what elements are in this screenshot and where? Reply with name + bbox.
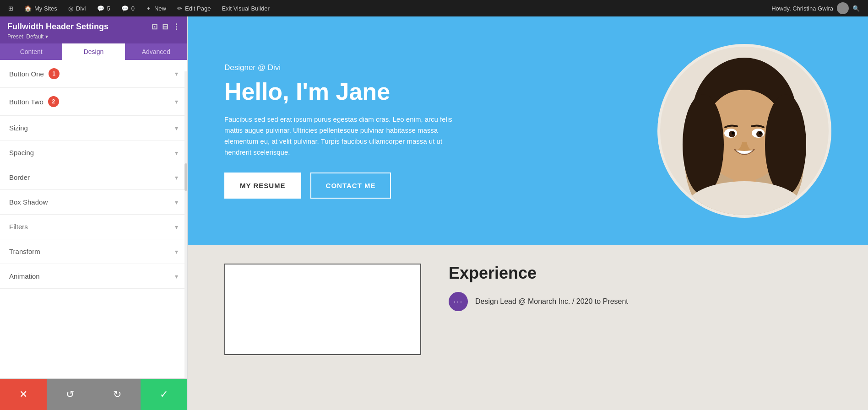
bubble-icon: 💬 <box>97 5 104 12</box>
hero-buttons: MY RESUME CONTACT ME <box>224 173 462 199</box>
chevron-down-icon: ▾ <box>175 70 178 77</box>
tab-design[interactable]: Design <box>62 43 125 60</box>
preset-selector[interactable]: Preset: Default ▾ <box>7 33 180 40</box>
section-box-shadow: Box Shadow ▾ <box>0 190 187 215</box>
experience-item: ··· Design Lead @ Monarch Inc. / 2020 to… <box>449 292 831 311</box>
exit-builder-button[interactable]: Exit Visual Builder <box>217 0 274 16</box>
svg-point-12 <box>759 132 762 135</box>
ellipsis-icon: ··· <box>453 297 463 307</box>
scrollbar-thumb[interactable] <box>184 163 187 191</box>
lower-left-block <box>224 264 421 355</box>
panel-header: Fullwidth Header Settings ⊡ ⊟ ⋮ Preset: … <box>0 16 187 43</box>
panel-tabs: Content Design Advanced <box>0 43 187 60</box>
settings-panel: Fullwidth Header Settings ⊡ ⊟ ⋮ Preset: … <box>0 16 188 410</box>
panel-toolbar: ✕ ↺ ↻ ✓ <box>0 378 187 410</box>
section-filters: Filters ▾ <box>0 215 187 239</box>
edit-page-button[interactable]: ✏ Edit Page <box>173 0 215 16</box>
divi-menu[interactable]: ◎ Divi <box>64 0 91 16</box>
more-icon[interactable]: ⋮ <box>173 22 180 31</box>
panel-title: Fullwidth Header Settings <box>7 22 108 32</box>
panel-title-row: Fullwidth Header Settings ⊡ ⊟ ⋮ <box>7 22 180 32</box>
redo-button[interactable]: ↻ <box>94 379 141 410</box>
button-one-label: Button One <box>9 70 44 78</box>
button-two-badge: 2 <box>48 96 59 107</box>
pencil-icon: ✏ <box>177 5 182 12</box>
avatar <box>837 2 849 14</box>
tab-content[interactable]: Content <box>0 43 62 60</box>
chevron-down-icon: ▾ <box>175 248 178 255</box>
divi-icon: ◎ <box>68 5 73 12</box>
section-animation: Animation ▾ <box>0 264 187 289</box>
admin-bar-right: Howdy, Christina Gwira 🔍 <box>767 2 864 14</box>
chevron-down-icon: ▾ <box>175 149 178 156</box>
svg-point-4 <box>765 94 806 195</box>
box-shadow-label: Box Shadow <box>9 198 48 206</box>
more-options-button[interactable]: ··· <box>449 292 468 311</box>
comments-count2[interactable]: 💬 0 <box>117 0 139 16</box>
chevron-down-icon: ▾ <box>175 98 178 105</box>
panel-title-icons: ⊡ ⊟ ⋮ <box>152 22 180 31</box>
hero-body-text: Faucibus sed sed erat ipsum purus egesta… <box>224 114 462 158</box>
hero-section: Designer @ Divi Hello, I'm Jane Faucibus… <box>188 16 868 245</box>
house-icon: 🏠 <box>24 5 32 12</box>
section-animation-header[interactable]: Animation ▾ <box>9 264 178 288</box>
transform-label: Transform <box>9 248 40 255</box>
scrollbar-track <box>184 71 187 378</box>
search-icon[interactable]: 🔍 <box>852 5 860 12</box>
panel-body: Button One 1 ▾ Button Two 2 ▾ <box>0 60 187 378</box>
section-button-one-header[interactable]: Button One 1 ▾ <box>9 60 178 87</box>
chevron-down-icon: ▾ <box>175 174 178 181</box>
border-label: Border <box>9 173 30 181</box>
section-border-header[interactable]: Border ▾ <box>9 165 178 189</box>
svg-point-3 <box>683 94 724 195</box>
portrait-svg <box>667 44 822 218</box>
resume-button[interactable]: MY RESUME <box>224 173 301 199</box>
plus-icon: ＋ <box>146 4 152 12</box>
svg-point-11 <box>732 132 734 135</box>
chevron-down-icon: ▾ <box>175 223 178 231</box>
section-filters-header[interactable]: Filters ▾ <box>9 215 178 239</box>
hero-subtitle: Designer @ Divi <box>224 63 462 72</box>
new-button[interactable]: ＋ New <box>141 0 171 16</box>
my-sites-menu[interactable]: 🏠 My Sites <box>20 0 62 16</box>
hero-text-block: Designer @ Divi Hello, I'm Jane Faucibus… <box>224 63 462 199</box>
lower-section: Experience ··· Design Lead @ Monarch Inc… <box>188 245 868 410</box>
chevron-down-icon: ▾ <box>175 199 178 206</box>
cancel-button[interactable]: ✕ <box>0 379 47 410</box>
comment-icon: 💬 <box>121 5 129 12</box>
section-sizing-header[interactable]: Sizing ▾ <box>9 116 178 140</box>
save-button[interactable]: ✓ <box>141 379 187 410</box>
section-transform: Transform ▾ <box>0 239 187 264</box>
resize-icon[interactable]: ⊡ <box>152 22 157 31</box>
columns-icon[interactable]: ⊟ <box>162 22 168 31</box>
contact-button[interactable]: CONTACT ME <box>310 173 391 199</box>
experience-text: Design Lead @ Monarch Inc. / 2020 to Pre… <box>475 297 628 306</box>
section-spacing: Spacing ▾ <box>0 140 187 165</box>
button-two-label: Button Two <box>9 98 43 106</box>
wp-icon: ⊞ <box>8 5 13 12</box>
undo-button[interactable]: ↺ <box>47 379 93 410</box>
section-sizing: Sizing ▾ <box>0 116 187 140</box>
experience-title: Experience <box>449 264 831 283</box>
hero-title: Hello, I'm Jane <box>224 79 462 105</box>
button-one-badge: 1 <box>49 68 60 79</box>
section-button-two-header[interactable]: Button Two 2 ▾ <box>9 88 178 115</box>
section-box-shadow-header[interactable]: Box Shadow ▾ <box>9 190 178 214</box>
section-transform-header[interactable]: Transform ▾ <box>9 239 178 264</box>
howdy-text: Howdy, Christina Gwira 🔍 <box>767 2 864 14</box>
section-button-two: Button Two 2 ▾ <box>0 88 187 116</box>
section-spacing-header[interactable]: Spacing ▾ <box>9 140 178 165</box>
animation-label: Animation <box>9 272 40 280</box>
chevron-down-icon: ▾ <box>175 124 178 132</box>
content-area: Designer @ Divi Hello, I'm Jane Faucibus… <box>188 16 868 410</box>
tab-advanced[interactable]: Advanced <box>125 43 187 60</box>
wp-logo[interactable]: ⊞ <box>4 0 18 16</box>
section-button-one: Button One 1 ▾ <box>0 60 187 88</box>
wp-admin-bar: ⊞ 🏠 My Sites ◎ Divi 💬 5 💬 0 ＋ New ✏ Edit… <box>0 0 868 16</box>
comments-menu[interactable]: 💬 5 <box>92 0 115 16</box>
main-layout: Fullwidth Header Settings ⊡ ⊟ ⋮ Preset: … <box>0 16 868 410</box>
hero-portrait <box>657 44 831 218</box>
section-border: Border ▾ <box>0 165 187 190</box>
filters-label: Filters <box>9 223 28 231</box>
spacing-label: Spacing <box>9 149 34 156</box>
